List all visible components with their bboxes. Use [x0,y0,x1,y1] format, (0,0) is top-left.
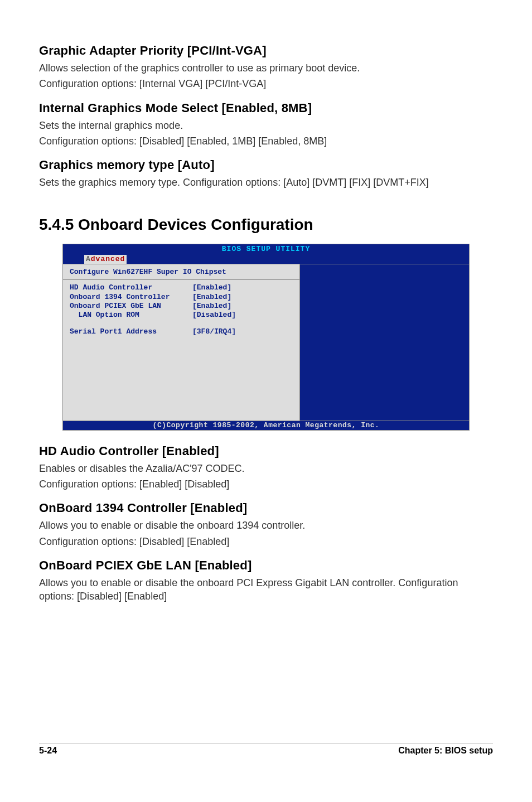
bios-label-lan-option-rom: LAN Option ROM [70,311,192,320]
bios-divider [63,279,299,280]
bios-value-pciex-lan: [Enabled] [192,302,293,311]
text-hd-audio-desc: Enables or disables the Azalia/AC'97 COD… [39,462,493,475]
bios-tab-label: dvanced [91,255,125,263]
bios-value-1394: [Enabled] [192,293,293,302]
bios-value-hd-audio: [Enabled] [192,283,293,292]
bios-label-hd-audio: HD Audio Controller [70,283,192,292]
bios-label-pciex-lan: Onboard PCIEX GbE LAN [70,302,192,311]
heading-graphic-adapter-priority: Graphic Adapter Priority [PCI/Int-VGA] [39,44,493,58]
heading-onboard-devices-configuration: 5.4.5 Onboard Devices Configuration [39,216,493,234]
bios-left-pane: Configure Win627EHF Super IO Chipset HD … [63,264,300,420]
bios-value-lan-option-rom: [Disabled] [192,311,293,320]
text-onboard-1394-desc: Allows you to enable or disable the onbo… [39,519,493,532]
text-onboard-pciex-lan-desc: Allows you to enable or disable the onbo… [39,576,493,603]
bios-right-pane [300,264,469,420]
bios-tab-row: Advanced [63,254,469,264]
text-internal-graphics-mode-options: Configuration options: [Disabled] [Enabl… [39,134,493,148]
bios-title: BIOS SETUP UTILITY [63,244,469,254]
heading-internal-graphics-mode: Internal Graphics Mode Select [Enabled, … [39,101,493,115]
bios-label-1394: Onboard 1394 Controller [70,293,192,302]
bios-label-serial-port: Serial Port1 Address [70,327,192,336]
bios-value-serial-port: [3F8/IRQ4] [192,327,293,336]
heading-onboard-pciex-lan: OnBoard PCIEX GbE LAN [Enabled] [39,558,493,573]
bios-tab-hotkey: A [86,255,91,263]
text-hd-audio-options: Configuration options: [Enabled] [Disabl… [39,477,493,491]
text-graphic-adapter-priority-desc: Allows selection of the graphics control… [39,61,493,75]
bios-row: Onboard 1394 Controller [Enabled] [70,293,293,302]
chapter-label: Chapter 5: BIOS setup [398,746,493,756]
text-graphics-memory-type-desc: Sets the graphics memory type. Configura… [39,176,493,189]
bios-tab-advanced: Advanced [84,255,127,264]
page-footer: 5-24 Chapter 5: BIOS setup [39,743,493,756]
bios-panel-header: Configure Win627EHF Super IO Chipset [70,267,293,278]
bios-row: Serial Port1 Address [3F8/IRQ4] [70,327,293,336]
text-internal-graphics-mode-desc: Sets the internal graphics mode. [39,119,493,132]
heading-graphics-memory-type: Graphics memory type [Auto] [39,158,493,172]
text-onboard-1394-options: Configuration options: [Disabled] [Enabl… [39,535,493,548]
bios-setup-screenshot: BIOS SETUP UTILITY Advanced Configure Wi… [62,244,470,430]
bios-copyright: (C)Copyright 1985-2002, American Megatre… [63,421,469,430]
heading-hd-audio-controller: HD Audio Controller [Enabled] [39,444,493,458]
text-graphic-adapter-priority-options: Configuration options: [Internal VGA] [P… [39,77,493,90]
bios-row: LAN Option ROM [Disabled] [70,311,293,320]
bios-row: HD Audio Controller [Enabled] [70,283,293,292]
page-number: 5-24 [39,746,57,756]
heading-onboard-1394: OnBoard 1394 Controller [Enabled] [39,501,493,515]
bios-row: Onboard PCIEX GbE LAN [Enabled] [70,302,293,311]
